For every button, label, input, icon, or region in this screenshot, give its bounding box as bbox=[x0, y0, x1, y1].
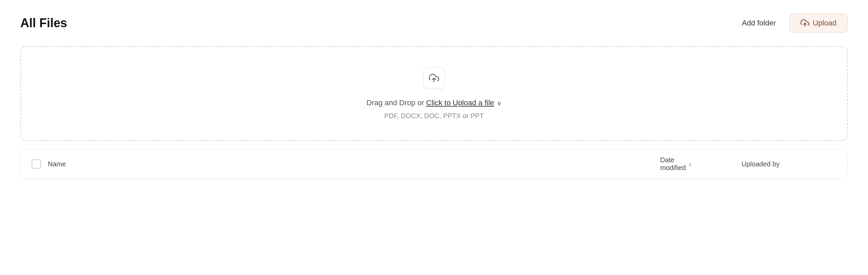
upload-icon bbox=[801, 19, 809, 28]
chevron-down-icon: ∨ bbox=[495, 100, 501, 107]
drop-upload-icon bbox=[429, 73, 439, 83]
select-all-checkbox-wrapper bbox=[32, 159, 48, 169]
click-upload-link[interactable]: Click to Upload a file bbox=[426, 98, 494, 107]
sort-arrow-icon: ↓ bbox=[689, 161, 692, 168]
date-modified-label: Datemodified bbox=[660, 156, 686, 172]
col-uploaded-header: Uploaded by bbox=[742, 160, 836, 168]
drag-text: Drag and Drop or bbox=[367, 98, 426, 107]
header-actions: Add folder Upload bbox=[736, 14, 848, 33]
upload-button[interactable]: Upload bbox=[789, 14, 848, 33]
col-date-header[interactable]: Datemodified ↓ bbox=[660, 156, 742, 172]
select-all-checkbox[interactable] bbox=[32, 159, 41, 169]
drop-zone[interactable]: Drag and Drop or Click to Upload a file … bbox=[20, 46, 848, 141]
page-container: All Files Add folder Upload Drag an bbox=[0, 0, 868, 193]
file-table: Name Datemodified ↓ Uploaded by bbox=[20, 149, 848, 179]
page-header: All Files Add folder Upload bbox=[20, 14, 848, 33]
upload-icon-wrapper bbox=[423, 67, 445, 89]
drop-zone-formats: PDF, DOCX, DOC, PPTX or PPT bbox=[384, 112, 484, 120]
col-name-header: Name bbox=[48, 160, 660, 168]
page-title: All Files bbox=[20, 16, 67, 30]
file-table-header: Name Datemodified ↓ Uploaded by bbox=[21, 149, 847, 179]
add-folder-button[interactable]: Add folder bbox=[736, 16, 781, 30]
upload-label: Upload bbox=[813, 19, 836, 28]
drop-zone-text: Drag and Drop or Click to Upload a file … bbox=[367, 98, 502, 107]
